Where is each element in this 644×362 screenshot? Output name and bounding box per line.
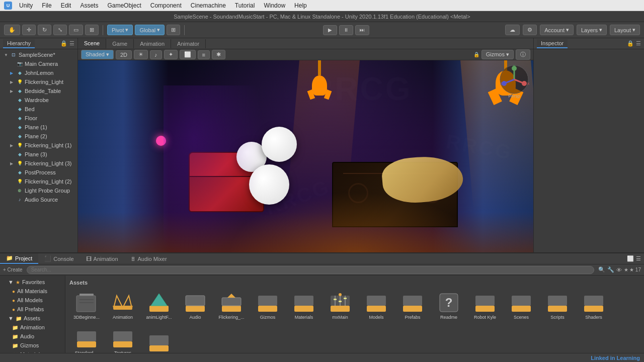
2d-btn[interactable]: 2D xyxy=(116,50,132,59)
menu-cinemachine[interactable]: Cinemachine xyxy=(187,1,230,10)
bottom-close[interactable]: ☰ xyxy=(636,255,641,262)
tab-audio-mixer[interactable]: 🎚 Audio Mixer xyxy=(124,254,173,263)
sidebar-favorites[interactable]: ▼ ★ Favorites xyxy=(0,278,65,287)
menu-tutorial[interactable]: Tutorial xyxy=(231,1,259,10)
h-item-wardrobe[interactable]: ◆ Wardrobe xyxy=(0,96,77,105)
layout-btn[interactable]: Layout ▾ xyxy=(610,25,640,35)
transform-tool[interactable]: ⊞ xyxy=(85,25,99,35)
move-tool[interactable]: ✛ xyxy=(22,25,36,35)
h-item-flickering-light-1[interactable]: ▶ 💡 Flickering_Light (1) xyxy=(0,141,77,150)
scene-info-btn[interactable]: ⓘ xyxy=(516,49,530,60)
asset-scripts[interactable]: Scripts xyxy=(540,289,575,322)
menu-component[interactable]: Component xyxy=(146,1,186,10)
scale-tool[interactable]: ⤡ xyxy=(53,25,67,35)
hierarchy-tab[interactable]: Hierarchy xyxy=(3,39,35,48)
collab-btn[interactable]: ☁ xyxy=(505,25,520,35)
hand-tool[interactable]: ✋ xyxy=(4,25,20,35)
create-btn[interactable]: + Create xyxy=(3,267,23,273)
h-item-johnlemon[interactable]: ▶ ◆ JohnLemon xyxy=(0,68,77,77)
h-item-plane1[interactable]: ◆ Plane (1) xyxy=(0,123,77,132)
layers-btn[interactable]: Layers ▾ xyxy=(577,25,607,35)
menu-file[interactable]: File xyxy=(38,1,55,10)
inspector-tab[interactable]: Inspector xyxy=(537,39,568,48)
h-item-flickering-light-2[interactable]: 💡 Flickering_Light (2) xyxy=(0,177,77,186)
h-item-postprocess[interactable]: ◆ PostProcess xyxy=(0,168,77,177)
menu-gameobject[interactable]: GameObject xyxy=(103,1,145,10)
rotate-tool[interactable]: ↻ xyxy=(38,25,51,35)
hierarchy-content[interactable]: ▼ ⊡ SampleScene* 📷 Main Camera ▶ ◆ JohnL… xyxy=(0,49,77,252)
h-item-bed[interactable]: ◆ Bed xyxy=(0,105,77,114)
eye-icon[interactable]: 👁 xyxy=(616,267,622,273)
fog-btn[interactable]: ≡ xyxy=(198,50,210,59)
asset-flickering[interactable]: Flickering_... xyxy=(214,289,249,322)
lighting-btn[interactable]: ☀ xyxy=(134,50,148,59)
hierarchy-lock[interactable]: 🔒 xyxy=(60,40,67,47)
h-item-audiosource[interactable]: ♪ Audio Source xyxy=(0,195,77,204)
h-item-maincamera[interactable]: 📷 Main Camera xyxy=(0,59,77,68)
h-item-samplescene[interactable]: ▼ ⊡ SampleScene* xyxy=(0,50,77,59)
scene-viewport[interactable]: Scene Game Animation Animator Shaded ▾ 2… xyxy=(78,38,533,252)
asset-materials[interactable]: Materials xyxy=(287,289,321,322)
asset-animlightf[interactable]: animLightF... xyxy=(142,289,176,322)
menu-window[interactable]: Window xyxy=(260,1,289,10)
sidebar-all-models[interactable]: ● All Models xyxy=(0,296,65,305)
asset-animation[interactable]: Animation xyxy=(106,289,140,322)
shaded-btn[interactable]: Shaded ▾ xyxy=(81,50,114,59)
h-item-flickering-light-3[interactable]: ▶ 💡 Flickering_Light (3) xyxy=(0,159,77,168)
axis-gizmo[interactable]: Y X Z Persp xyxy=(499,64,529,95)
audio-btn[interactable]: ♪ xyxy=(150,50,162,59)
asset-prefabs[interactable]: Prefabs xyxy=(395,289,430,322)
pause-button[interactable]: ⏸ xyxy=(339,25,353,35)
asset-standard[interactable]: Standard ... xyxy=(69,324,104,353)
search-assets[interactable] xyxy=(27,266,594,274)
asset-gizmos[interactable]: Gizmos xyxy=(251,289,285,322)
filter-icon[interactable]: 🔧 xyxy=(607,266,614,273)
h-item-flickering-light[interactable]: ▶ 💡 Flickering_Light xyxy=(0,77,77,86)
asset-mxmain[interactable]: mxMain xyxy=(323,289,357,322)
gizmos-btn[interactable]: Gizmos ▾ xyxy=(481,50,514,59)
inspector-lock[interactable]: 🔒 xyxy=(627,40,634,47)
sidebar-assets[interactable]: ▼ 📁 Assets xyxy=(0,314,65,323)
h-item-plane2[interactable]: ◆ Plane (2) xyxy=(0,132,77,141)
menu-help[interactable]: Help xyxy=(290,1,311,10)
asset-tutorialinfo[interactable]: TutorialInfo xyxy=(142,328,176,353)
h-item-lightprobegroup[interactable]: ⊕ Light Probe Group xyxy=(0,186,77,195)
asset-3dbeginner[interactable]: 3DBeginne... xyxy=(69,289,104,322)
pivot-btn[interactable]: Pivot ▾ xyxy=(107,25,133,35)
sidebar-audio[interactable]: 📁 Audio xyxy=(0,332,65,341)
play-button[interactable]: ▶ xyxy=(323,25,337,35)
asset-models[interactable]: Models xyxy=(359,289,393,322)
hierarchy-menu[interactable]: ☰ xyxy=(69,40,74,47)
sidebar-gizmos[interactable]: 📁 Gizmos xyxy=(0,341,65,350)
sidebar-all-materials[interactable]: ● All Materials xyxy=(0,287,65,296)
inspector-menu[interactable]: ☰ xyxy=(636,40,641,47)
cloud-btn[interactable]: ⚙ xyxy=(523,25,537,35)
tab-animation[interactable]: 🎞 Animation xyxy=(80,254,124,263)
tab-project[interactable]: 📁 Project xyxy=(0,253,38,264)
flare-btn[interactable]: ✱ xyxy=(212,50,225,59)
tab-animator[interactable]: Animator xyxy=(171,39,206,48)
rect-tool[interactable]: ▭ xyxy=(69,25,83,35)
tab-game[interactable]: Game xyxy=(106,39,134,48)
grid-btn[interactable]: ⊞ xyxy=(167,25,180,35)
h-item-bedside-table[interactable]: ▶ ◆ Bedside_Table xyxy=(0,86,77,96)
global-btn[interactable]: Global ▾ xyxy=(135,25,165,35)
asset-audio[interactable]: Audio xyxy=(178,289,212,322)
search-icon[interactable]: 🔍 xyxy=(598,266,605,273)
sidebar-all-prefabs[interactable]: ● All Prefabs xyxy=(0,305,65,314)
tab-animation[interactable]: Animation xyxy=(134,39,171,48)
bottom-maximize[interactable]: ⬜ xyxy=(627,255,634,262)
asset-textures[interactable]: Textures xyxy=(106,324,140,353)
sky-btn[interactable]: ⬜ xyxy=(180,50,196,59)
tab-scene[interactable]: Scene xyxy=(78,39,106,49)
fx-btn[interactable]: ✦ xyxy=(164,50,178,59)
scene-lock[interactable]: 🔒 xyxy=(473,52,479,57)
account-btn[interactable]: Account ▾ xyxy=(540,25,574,35)
sidebar-animation[interactable]: 📁 Animation xyxy=(0,323,65,332)
step-button[interactable]: ⏭ xyxy=(355,25,369,35)
asset-scenes[interactable]: Scenes xyxy=(504,289,538,322)
menu-assets[interactable]: Assets xyxy=(76,1,102,10)
asset-robot-kyle[interactable]: Robot Kyle xyxy=(468,289,502,322)
tab-console[interactable]: ⬛ Console xyxy=(38,254,79,263)
h-item-floor[interactable]: ◆ Floor xyxy=(0,114,77,123)
